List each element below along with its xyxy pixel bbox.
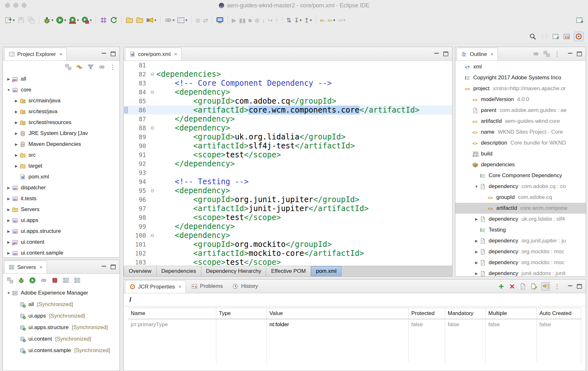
new-java-project-button[interactable] <box>98 15 109 25</box>
tab-outline[interactable]: Outline × <box>457 48 498 60</box>
fetch-button[interactable]: ↧▾ <box>293 16 303 24</box>
outline-item[interactable]: dependencies <box>455 159 586 170</box>
column-name[interactable]: Name <box>128 308 216 319</box>
server-item[interactable]: ui.apps.structure[Synchronized] <box>3 322 120 333</box>
project-explorer-item[interactable]: ▶MJui.apps.structure <box>3 226 120 237</box>
show-properties-button[interactable] <box>520 283 526 290</box>
outline-item[interactable]: ▶dependencyuk.org.lidalia : slf4 <box>455 214 586 225</box>
project-explorer-item[interactable]: ▶target <box>3 161 120 171</box>
tab-problems[interactable]: Problems <box>187 280 227 293</box>
maximize-view-button[interactable] <box>577 284 582 289</box>
focus-button[interactable] <box>98 64 105 70</box>
expand-expander-icon[interactable]: ▶ <box>5 77 12 81</box>
code-line[interactable]: 97 <artifactId>junit-jupiter</artifactId… <box>124 204 452 213</box>
dropdown-arrow-icon[interactable]: ▾ <box>173 18 174 22</box>
view-menu-button[interactable]: ⋮ <box>110 64 116 70</box>
project-explorer-item[interactable]: Mpom.xml <box>3 171 120 182</box>
tab-dependencies[interactable]: Dependencies <box>157 266 201 276</box>
expand-expander-icon[interactable]: ▶ <box>13 131 19 136</box>
push-button[interactable]: ↥▾ <box>303 16 313 24</box>
code-line[interactable]: 95⊖ <dependency> <box>124 186 452 195</box>
close-window-button[interactable] <box>5 3 10 8</box>
column-type[interactable]: Type <box>216 308 267 319</box>
fold-icon[interactable]: ⊖ <box>149 188 156 193</box>
dropdown-arrow-icon[interactable]: ▾ <box>300 18 302 22</box>
fold-icon[interactable]: ⊖ <box>149 125 156 131</box>
view-menu-button[interactable]: ⋮ <box>554 51 560 57</box>
collapse-expander-icon[interactable]: ▼ <box>5 291 12 295</box>
expand-expander-icon[interactable]: ▶ <box>13 121 19 125</box>
code-line[interactable]: 83 <!-- Core Component Dependency --> <box>124 79 452 88</box>
close-editor-icon[interactable]: × <box>174 51 177 57</box>
server-item[interactable]: ▼Adobe Experience Manager <box>3 287 120 299</box>
filters-button[interactable] <box>87 64 94 70</box>
project-explorer-item[interactable]: ▶MJui.content.sample <box>3 248 120 257</box>
column-auto-created[interactable]: Auto Created <box>537 308 581 319</box>
open-perspective-window-button[interactable] <box>575 15 585 25</box>
link-with-editor-button[interactable] <box>76 64 83 70</box>
outline-item[interactable]: Testing <box>455 225 586 235</box>
outline-item[interactable]: <>projectxmlns=http://maven.apache.or <box>455 83 586 94</box>
project-explorer-item[interactable]: ▶MJui.content <box>3 237 120 248</box>
outline-item[interactable]: Core Component Dependency <box>455 170 586 181</box>
zoom-window-button[interactable] <box>22 3 27 8</box>
code-line[interactable]: 87 </dependency> <box>124 114 452 123</box>
debug-server-button[interactable] <box>18 277 25 284</box>
maximize-view-button[interactable] <box>443 51 448 56</box>
project-explorer-item[interactable]: ▶MJit.tests <box>3 193 120 204</box>
server-item[interactable]: ui.content[Synchronized] <box>3 333 120 345</box>
expand-expander-icon[interactable]: ▶ <box>13 110 19 114</box>
expand-expander-icon[interactable]: ▶ <box>5 186 12 190</box>
column-protected[interactable]: Protected <box>409 308 445 319</box>
code-line[interactable]: 89 <groupId>uk.org.lidalia</groupId> <box>124 132 452 141</box>
outline-item[interactable]: <>artifactIdcore.wcm.compone <box>455 203 586 214</box>
code-line[interactable]: 90 <artifactId>slf4j-test</artifactId> <box>124 141 452 150</box>
code-line[interactable]: 101 <groupId>org.mockito</groupId> <box>124 240 452 249</box>
close-view-icon[interactable]: × <box>178 284 181 290</box>
minimize-view-button[interactable] <box>568 53 572 55</box>
expand-expander-icon[interactable]: ▶ <box>5 229 12 233</box>
minimize-view-button[interactable] <box>102 266 106 268</box>
code-line[interactable]: 86 <artifactId>core.wcm.components.core<… <box>124 106 452 114</box>
column-value[interactable]: Value <box>267 308 409 319</box>
tab-pom-xml[interactable]: pom.xml <box>311 266 342 276</box>
close-view-icon[interactable]: × <box>40 264 43 270</box>
outline-item[interactable]: ▼dependencycom.adobe.cq : co <box>455 181 586 192</box>
project-explorer-item[interactable]: ▶src/test/java <box>3 106 120 117</box>
outline-item[interactable]: parentcom.adobe.aem.guides : ae <box>455 105 586 116</box>
expand-expander-icon[interactable]: ▶ <box>5 251 12 255</box>
synchronize-button[interactable]: ⇅ <box>285 16 293 24</box>
maximize-view-button[interactable] <box>111 51 116 56</box>
start-server-button[interactable] <box>29 277 36 284</box>
fold-icon[interactable]: ⊖ <box>149 89 156 95</box>
perspective-current-button[interactable] <box>574 32 584 41</box>
clean-server-button[interactable] <box>74 277 81 284</box>
fold-icon[interactable]: ⊖ <box>149 71 156 77</box>
code-line[interactable]: 100⊖ <dependency> <box>124 231 452 240</box>
tab-history[interactable]: History <box>228 280 262 293</box>
dropdown-arrow-icon[interactable]: ▾ <box>77 18 79 22</box>
code-line[interactable]: 99 </dependency> <box>124 222 452 231</box>
maximize-view-button[interactable] <box>577 51 582 56</box>
code-editor[interactable]: 8182⊖<dependencies>83 <!-- Core Componen… <box>124 61 452 266</box>
collapse-all-button[interactable] <box>543 51 550 57</box>
project-explorer-item[interactable]: ▶Servers <box>3 204 120 215</box>
code-line[interactable]: 93 <box>124 168 452 177</box>
server-item[interactable]: ui.content.sample[Synchronized] <box>3 345 120 356</box>
dropdown-arrow-icon[interactable]: ▾ <box>13 18 15 22</box>
project-explorer-item[interactable]: ▶src <box>3 150 120 161</box>
dropdown-arrow-icon[interactable]: ▾ <box>310 18 312 22</box>
column-multiple[interactable]: Multiple <box>486 308 537 319</box>
tab-overview[interactable]: Overview <box>124 266 157 276</box>
code-line[interactable]: 102 <artifactId>mockito-core</artifactId… <box>124 249 452 258</box>
add-property-button[interactable] <box>498 283 505 290</box>
expand-expander-icon[interactable]: ▶ <box>13 142 19 146</box>
maximize-view-button[interactable] <box>111 264 116 269</box>
tab-jcr-properties[interactable]: JCR Properties × <box>125 280 186 293</box>
project-explorer-item[interactable]: ▶MJdispatcher <box>3 182 120 193</box>
project-explorer-item[interactable]: ▶JRE System Library [Jav <box>3 128 120 139</box>
tab-dependency-hierarchy[interactable]: Dependency Hierarchy <box>201 266 267 276</box>
code-line[interactable]: 85 <groupId>com.adobe.cq</groupId> <box>124 97 452 106</box>
perspective-java-ee-button[interactable]: EE <box>563 33 570 40</box>
expand-expander-icon[interactable]: ▶ <box>5 197 12 201</box>
